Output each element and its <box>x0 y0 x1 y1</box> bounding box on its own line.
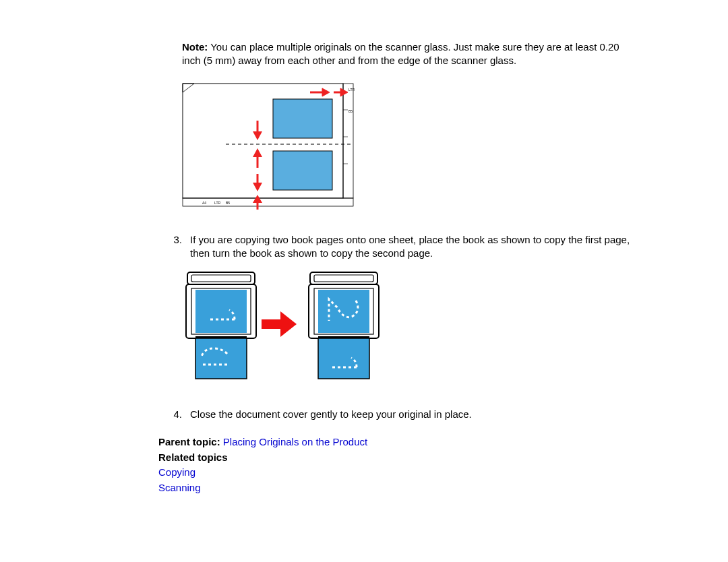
svg-text:A4: A4 <box>202 201 206 205</box>
svg-text:LTR: LTR <box>348 88 355 92</box>
svg-rect-34 <box>262 319 280 329</box>
svg-text:LTR: LTR <box>214 201 220 205</box>
step-4-text: Close the document cover gently to keep … <box>190 408 637 421</box>
svg-rect-2 <box>183 198 353 206</box>
svg-marker-35 <box>280 311 297 337</box>
svg-rect-4 <box>273 151 332 190</box>
note-paragraph: Note: You can place multiple originals o… <box>182 40 637 68</box>
svg-rect-40 <box>318 290 369 333</box>
svg-rect-1 <box>343 84 353 198</box>
svg-text:B5: B5 <box>348 109 353 113</box>
step-3-number: 3. <box>163 233 190 261</box>
svg-text:B5: B5 <box>226 201 230 205</box>
related-link-scanning[interactable]: Scanning <box>158 482 201 493</box>
svg-marker-16 <box>253 183 262 191</box>
svg-marker-14 <box>253 148 262 157</box>
step-3-text: If you are copying two book pages onto o… <box>190 233 637 261</box>
parent-topic-block: Parent topic: Placing Originals on the P… <box>158 435 637 495</box>
illustration-book-copy <box>182 271 637 387</box>
svg-rect-28 <box>191 275 251 282</box>
svg-rect-3 <box>273 99 332 138</box>
svg-marker-10 <box>340 88 348 96</box>
parent-topic-label: Parent topic: <box>158 436 220 447</box>
related-topics-label: Related topics <box>158 450 637 466</box>
illustration-scanner-glass: LTR B5 A4 LTR B5 <box>182 83 637 213</box>
step-3: 3. If you are copying two book pages ont… <box>163 233 637 261</box>
svg-rect-32 <box>195 338 247 379</box>
page-content: Note: You can place multiple originals o… <box>0 0 728 562</box>
step-4: 4. Close the document cover gently to ke… <box>163 408 637 421</box>
svg-marker-12 <box>253 131 262 140</box>
related-link-copying[interactable]: Copying <box>158 466 195 478</box>
svg-rect-41 <box>318 338 369 379</box>
svg-rect-31 <box>195 290 247 333</box>
svg-marker-18 <box>253 195 262 203</box>
scanner-glass-svg: LTR B5 A4 LTR B5 <box>182 83 355 211</box>
step-4-number: 4. <box>163 408 190 421</box>
note-text: You can place multiple originals on the … <box>182 41 619 66</box>
svg-rect-37 <box>314 275 373 282</box>
parent-topic-link[interactable]: Placing Originals on the Product <box>223 436 367 447</box>
svg-marker-8 <box>322 88 330 96</box>
parent-topic-line: Parent topic: Placing Originals on the P… <box>158 435 637 450</box>
book-copy-svg <box>182 271 391 385</box>
note-label: Note: <box>182 41 208 53</box>
